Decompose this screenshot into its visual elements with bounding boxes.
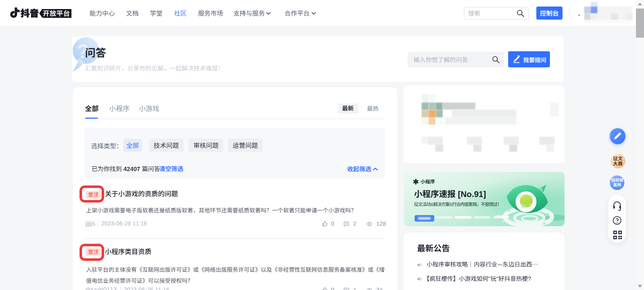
svg-text:?: ? xyxy=(76,40,89,62)
